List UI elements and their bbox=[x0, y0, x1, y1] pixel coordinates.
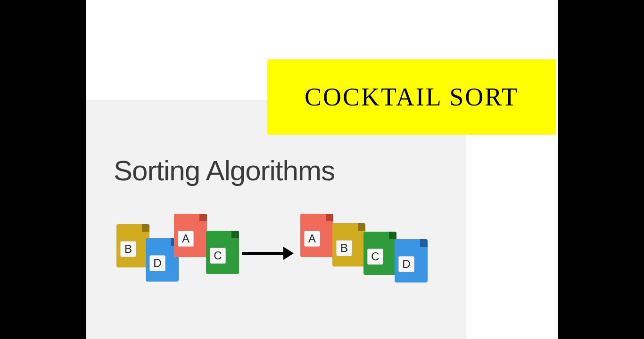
card-label: A bbox=[304, 231, 320, 247]
before-card-a: A bbox=[174, 214, 207, 257]
card-fold-icon bbox=[420, 239, 428, 247]
after-card-b: B bbox=[332, 223, 365, 266]
card-label: C bbox=[210, 248, 226, 264]
card-label: D bbox=[398, 256, 414, 272]
before-card-b: B bbox=[116, 224, 149, 267]
card-label: A bbox=[178, 231, 194, 247]
card-label: B bbox=[336, 240, 352, 256]
card-fold-icon bbox=[199, 214, 207, 221]
content-panel bbox=[86, 100, 466, 339]
before-card-c: C bbox=[206, 231, 239, 274]
card-fold-icon bbox=[142, 224, 149, 232]
section-heading: Sorting Algorithms bbox=[114, 154, 335, 187]
card-fold-icon bbox=[389, 232, 396, 239]
after-card-c: C bbox=[363, 232, 396, 275]
card-fold-icon bbox=[231, 231, 239, 238]
after-card-a: A bbox=[300, 214, 333, 257]
title-banner: COCKTAIL SORT bbox=[267, 59, 556, 135]
card-fold-icon bbox=[326, 214, 333, 221]
card-label: B bbox=[120, 241, 136, 257]
card-fold-icon bbox=[358, 223, 365, 231]
after-card-d: D bbox=[395, 239, 428, 282]
card-label: D bbox=[149, 255, 165, 271]
slide-stage: COCKTAIL SORT Sorting Algorithms BDACABC… bbox=[86, 0, 558, 339]
title-text: COCKTAIL SORT bbox=[305, 82, 519, 112]
card-label: C bbox=[367, 249, 383, 265]
arrow-icon bbox=[242, 247, 294, 260]
